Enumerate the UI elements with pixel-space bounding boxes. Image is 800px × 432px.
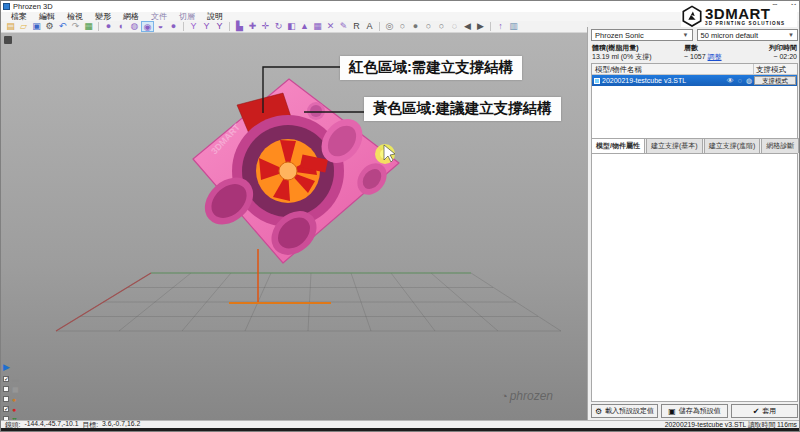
yellow-zone-annotation: 黃色區域:建議建立支撐結構	[364, 97, 561, 121]
save-defaults-button[interactable]: ▣ 儲存為預設值	[661, 404, 728, 418]
shade-mode-3-icon[interactable]: ◍	[128, 21, 141, 32]
toggle-resin-vat[interactable]: ●	[3, 395, 19, 403]
toggle-grid[interactable]: ▦	[3, 385, 19, 393]
visibility-eye-icon[interactable]: 👁	[727, 77, 734, 84]
slice-grid-icon[interactable]: ▥	[507, 21, 520, 32]
redo-icon[interactable]: ↷	[69, 21, 82, 32]
prev-view-icon[interactable]: ◀	[461, 21, 474, 32]
load-defaults-button[interactable]: ⚙ 載入預設設定值	[591, 404, 658, 418]
red-zone-annotation: 紅色區域:需建立支撐結構	[340, 56, 522, 80]
duplicate-icon[interactable]: ▦	[82, 21, 95, 32]
support-medium-icon[interactable]: Y	[200, 21, 213, 32]
phrozen-3d-window: Phrozen 3D – ⧉ ✕ 檔案編輯檢視變形網格文件切層說明 ▤▱▣⚙↶↷…	[0, 0, 800, 432]
shade-mode-5-icon[interactable]: ◒	[154, 21, 167, 32]
scene-canvas: 3DMART	[1, 33, 587, 420]
panel-tabs: 模型/物件屬性建立支撐(基本)建立支撐(進階)網格診斷	[591, 141, 798, 153]
shade-mode-2-icon[interactable]: ◐	[115, 21, 128, 32]
settings-gear-icon[interactable]: ⚙	[43, 21, 56, 32]
display-toggles: ▶ ▬▦●●π	[3, 363, 19, 420]
print-stats: 體積(樹脂用量) 13.19 ml (0% 支撐) 層數 ~ 1057 調整 列…	[592, 44, 797, 62]
model-list-row[interactable]: 20200219-testcube v3.STL 👁 ◌ ◍ 支撐模式	[592, 75, 797, 86]
shade-mode-1-icon[interactable]: ●	[102, 21, 115, 32]
apply-button[interactable]: ✔ 套用	[731, 404, 798, 418]
rename-icon[interactable]: R	[350, 21, 363, 32]
display-mode-6-icon[interactable]: ◌	[448, 21, 461, 32]
mirror-icon[interactable]: ◧	[285, 21, 298, 32]
check-icon: ✔	[753, 407, 760, 416]
save-icon: ▣	[668, 407, 676, 416]
phrozen-watermark: ◔ phrozen	[501, 389, 553, 403]
menu-help[interactable]: 說明	[201, 12, 229, 21]
toggle-platform[interactable]: ▬	[3, 375, 19, 383]
support-mode-header: 支撐模式	[753, 64, 797, 74]
add-object-icon[interactable]: ✛	[259, 21, 272, 32]
new-file-icon[interactable]: ▤	[4, 21, 17, 32]
menu-slice[interactable]: 切層	[173, 12, 201, 21]
menu-mesh[interactable]: 網格	[117, 12, 145, 21]
move-icon[interactable]: ✚	[246, 21, 259, 32]
tab-mesh-diagnosis[interactable]: 網格診斷	[761, 138, 799, 153]
expand-arrow-icon[interactable]: ▶	[3, 363, 19, 372]
slice-up-icon[interactable]: ↑	[494, 21, 507, 32]
chevron-down-icon: ▼	[788, 32, 794, 38]
brand-name: 3DMART	[705, 6, 785, 21]
menu-file[interactable]: 檔案	[5, 12, 33, 21]
support-heavy-icon[interactable]: Y	[213, 21, 226, 32]
tab-model-properties[interactable]: 模型/物件屬性	[591, 138, 645, 153]
brand-hexagon-icon	[681, 5, 703, 27]
app-icon	[3, 3, 10, 10]
layers-value: ~ 1057	[684, 53, 706, 60]
menu-transform[interactable]: 變形	[89, 12, 117, 21]
display-mode-3-icon[interactable]: ●	[409, 21, 422, 32]
main-toolbar: ▤▱▣⚙↶↷▦●◐◍◉◒●YYY▙✚✛↻◧▲▦✕✎RA◎○●○○◌◀▶↑▥	[1, 21, 587, 33]
toggle-red-zones[interactable]: ●	[3, 405, 19, 413]
brand-logo: 3DMART 3D PRINTING SOLUTIONS	[681, 5, 797, 27]
display-mode-2-icon[interactable]: ○	[396, 21, 409, 32]
gear-icon: ⚙	[595, 407, 602, 416]
align-icon[interactable]: A	[363, 21, 376, 32]
layers-label: 層數	[684, 44, 698, 51]
brand-tagline: 3D PRINTING SOLUTIONS	[705, 22, 785, 27]
next-view-icon[interactable]: ▶	[474, 21, 487, 32]
save-icon[interactable]: ▣	[30, 21, 43, 32]
tab-content-area	[591, 153, 798, 402]
rotate-icon[interactable]: ↻	[272, 21, 285, 32]
support-mode-button[interactable]: 支撐模式	[754, 76, 796, 85]
tab-support-basic[interactable]: 建立支撐(基本)	[646, 138, 703, 153]
layout-icon[interactable]: ▙	[233, 21, 246, 32]
profile-select[interactable]: 50 micron default▼	[697, 29, 799, 41]
undo-icon[interactable]: ↶	[56, 21, 69, 32]
model-name-header: 模型/物件名稱	[592, 64, 753, 74]
status-bar: 鏡頭: -144.4,-45.7,-10.1 目標: 3.6,-0.7,16.2…	[1, 420, 800, 428]
settings-circle-icon[interactable]: ◍	[746, 77, 752, 85]
settings-panel: Phrozen Sonic▼ 50 micron default▼ 體積(樹脂用…	[587, 27, 800, 420]
window-title: Phrozen 3D	[13, 2, 53, 11]
print-time-label: 列印時間	[769, 44, 797, 51]
printer-select[interactable]: Phrozen Sonic▼	[591, 29, 693, 41]
shade-mode-4-icon[interactable]: ◉	[141, 21, 154, 32]
display-mode-1-icon[interactable]: ◎	[383, 21, 396, 32]
open-folder-icon[interactable]: ▱	[17, 21, 30, 32]
display-mode-5-icon[interactable]: ○	[435, 21, 448, 32]
lock-icon[interactable]: ◌	[738, 77, 742, 84]
file-type-icon	[594, 78, 600, 84]
adjust-layers-link[interactable]: 調整	[708, 53, 722, 60]
volume-value: 13.19 ml (0% 支撐)	[592, 53, 652, 60]
phrozen-watermark-icon: ◔	[501, 390, 508, 402]
scale-icon[interactable]: ▲	[298, 21, 311, 32]
display-mode-4-icon[interactable]: ○	[422, 21, 435, 32]
menu-view[interactable]: 檢視	[61, 12, 89, 21]
model-filename: 20200219-testcube v3.STL	[602, 77, 725, 84]
viewport-3d[interactable]: 3DMART 紅色區域:需建立支撐結構 黃色區域:建議建立支撐結構 ◔ phro…	[1, 33, 587, 420]
print-time-value: ~ 02:20	[773, 53, 797, 60]
menu-document[interactable]: 文件	[145, 12, 173, 21]
support-light-icon[interactable]: Y	[187, 21, 200, 32]
model-list: 模型/物件名稱 支撐模式 20200219-testcube v3.STL 👁 …	[591, 63, 798, 139]
array-icon[interactable]: ▦	[311, 21, 324, 32]
measure-icon[interactable]: ✎	[337, 21, 350, 32]
repair-icon[interactable]: ✕	[324, 21, 337, 32]
shade-mode-6-icon[interactable]: ●	[167, 21, 180, 32]
chevron-down-icon: ▼	[683, 32, 689, 38]
tab-support-advanced[interactable]: 建立支撐(進階)	[704, 138, 761, 153]
menu-edit[interactable]: 編輯	[33, 12, 61, 21]
